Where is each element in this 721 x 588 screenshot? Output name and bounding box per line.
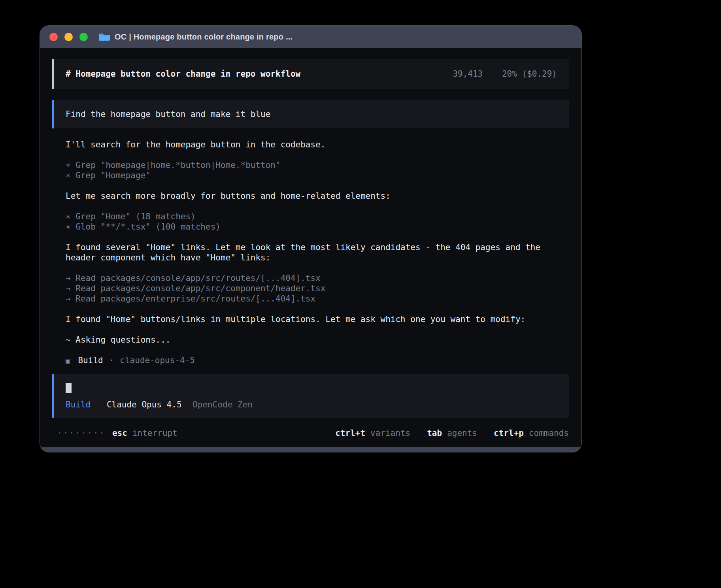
agents-label: agents [447,428,477,438]
user-message-text: Find the homepage button and make it blu… [66,109,270,119]
context-usage: 20% ($0.29) [502,69,557,79]
spinner-dots: ········ [57,428,105,438]
agent-name: Build [78,355,103,366]
session-header: # Homepage button color change in repo w… [52,59,569,89]
tool-call-group: ∗ Grep "homepage|home.*button|Home.*butt… [66,160,569,181]
agent-mode-label: Build [66,400,91,409]
variants-label: variants [370,428,410,438]
assistant-text: I found "Home" buttons/links in multiple… [66,314,569,324]
build-agent-icon: ▣ [66,355,70,366]
assistant-text: I found several "Home" links. Let me loo… [66,242,569,263]
status-bar-right: ctrl+t variants tab agents ctrl+p comman… [335,428,569,438]
agents-key: tab [427,428,442,438]
tool-call-group: → Read packages/console/app/src/routes/[… [66,273,569,304]
agent-separator: · [109,355,114,366]
provider-name: OpenCode Zen [193,400,253,409]
session-stats: 39,413 20% ($0.29) [453,69,557,79]
assistant-text: I'll search for the homepage button in t… [66,139,569,150]
close-button[interactable] [49,33,58,41]
input-footer: Build Claude Opus 4.5 OpenCode Zen [66,400,557,410]
prompt-input[interactable]: Build Claude Opus 4.5 OpenCode Zen [52,374,569,418]
agent-model: claude-opus-4-5 [120,355,195,366]
assistant-response: I'll search for the homepage button in t… [52,139,569,366]
titlebar[interactable]: OC | Homepage button color change in rep… [40,26,581,48]
commands-label: commands [529,428,569,438]
session-title: # Homepage button color change in repo w… [66,69,300,79]
hint-commands: ctrl+p commands [494,428,569,438]
variants-key: ctrl+t [335,428,365,438]
tool-call-glob: ∗ Glob "**/*.tsx" (100 matches) [66,222,569,232]
terminal-screen: # Homepage button color change in repo w… [40,48,581,447]
input-line[interactable] [66,383,557,393]
model-name: Claude Opus 4.5 [107,400,182,409]
hint-variants: ctrl+t variants [335,428,410,438]
folder-icon [98,32,110,41]
tool-call-read: → Read packages/console/app/src/routes/[… [66,273,569,283]
tool-call-grep: ∗ Grep "Homepage" [66,170,569,181]
minimize-button[interactable] [64,33,73,41]
assistant-text: Let me search more broadly for buttons a… [66,191,569,201]
hint-interrupt: esc interrupt [112,428,177,438]
token-count: 39,413 [453,69,483,79]
zoom-button[interactable] [79,33,88,41]
tool-call-grep: ∗ Grep "homepage|home.*button|Home.*butt… [66,160,569,170]
assistant-status-text: ~ Asking questions... [66,335,569,345]
tool-call-read: → Read packages/console/app/src/componen… [66,283,569,294]
window-title: OC | Homepage button color change in rep… [115,32,293,41]
title-group: OC | Homepage button color change in rep… [98,32,293,41]
commands-key: ctrl+p [494,428,524,438]
user-message-block: Find the homepage button and make it blu… [52,100,569,128]
esc-key: esc [112,428,127,438]
tool-call-group: ∗ Grep "Home" (18 matches) ∗ Glob "**/*.… [66,211,569,232]
tool-call-read: → Read packages/enterprise/src/routes/[.… [66,294,569,304]
traffic-lights [49,33,88,41]
tool-call-grep: ∗ Grep "Home" (18 matches) [66,211,569,222]
text-cursor [66,383,72,393]
status-bar: ········ esc interrupt ctrl+t variants t… [52,421,569,441]
esc-label: interrupt [132,428,177,438]
terminal-window: OC | Homepage button color change in rep… [40,25,582,452]
agent-status-line: ▣ Build · claude-opus-4-5 [66,355,569,366]
hint-agents: tab agents [427,428,477,438]
